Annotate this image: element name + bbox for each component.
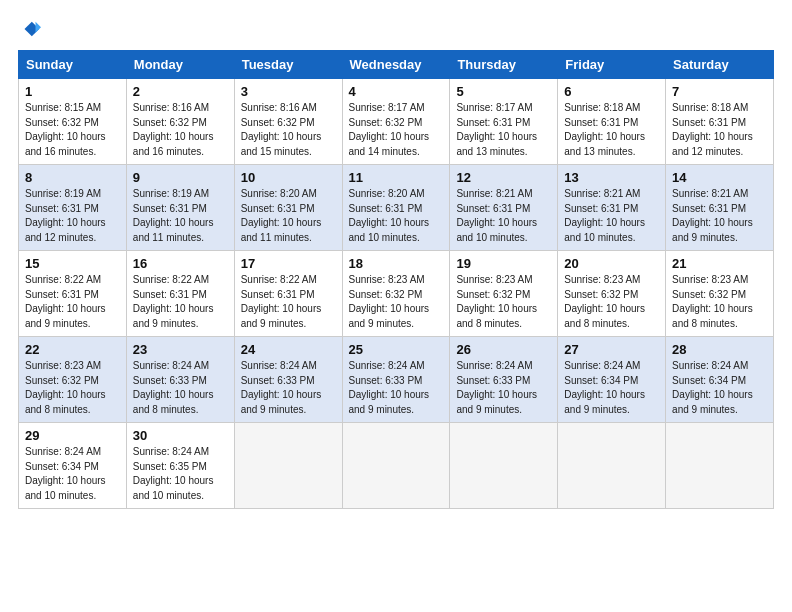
day-info: Sunrise: 8:24 AMSunset: 6:34 PMDaylight:… — [564, 360, 645, 415]
day-number: 26 — [456, 342, 551, 357]
calendar-cell: 27 Sunrise: 8:24 AMSunset: 6:34 PMDaylig… — [558, 337, 666, 423]
day-number: 7 — [672, 84, 767, 99]
calendar-cell: 10 Sunrise: 8:20 AMSunset: 6:31 PMDaylig… — [234, 165, 342, 251]
day-number: 28 — [672, 342, 767, 357]
calendar-cell: 18 Sunrise: 8:23 AMSunset: 6:32 PMDaylig… — [342, 251, 450, 337]
calendar-week-row: 22 Sunrise: 8:23 AMSunset: 6:32 PMDaylig… — [19, 337, 774, 423]
day-info: Sunrise: 8:17 AMSunset: 6:32 PMDaylight:… — [349, 102, 430, 157]
col-header-wednesday: Wednesday — [342, 51, 450, 79]
calendar-cell: 2 Sunrise: 8:16 AMSunset: 6:32 PMDayligh… — [126, 79, 234, 165]
day-info: Sunrise: 8:20 AMSunset: 6:31 PMDaylight:… — [241, 188, 322, 243]
day-number: 30 — [133, 428, 228, 443]
day-number: 27 — [564, 342, 659, 357]
calendar-week-row: 8 Sunrise: 8:19 AMSunset: 6:31 PMDayligh… — [19, 165, 774, 251]
calendar-cell: 13 Sunrise: 8:21 AMSunset: 6:31 PMDaylig… — [558, 165, 666, 251]
svg-marker-1 — [36, 22, 42, 33]
day-info: Sunrise: 8:23 AMSunset: 6:32 PMDaylight:… — [672, 274, 753, 329]
calendar-cell: 8 Sunrise: 8:19 AMSunset: 6:31 PMDayligh… — [19, 165, 127, 251]
calendar-week-row: 1 Sunrise: 8:15 AMSunset: 6:32 PMDayligh… — [19, 79, 774, 165]
calendar-cell — [558, 423, 666, 509]
day-info: Sunrise: 8:24 AMSunset: 6:34 PMDaylight:… — [672, 360, 753, 415]
calendar-cell: 14 Sunrise: 8:21 AMSunset: 6:31 PMDaylig… — [666, 165, 774, 251]
calendar-cell: 15 Sunrise: 8:22 AMSunset: 6:31 PMDaylig… — [19, 251, 127, 337]
calendar-cell: 5 Sunrise: 8:17 AMSunset: 6:31 PMDayligh… — [450, 79, 558, 165]
day-number: 14 — [672, 170, 767, 185]
day-info: Sunrise: 8:24 AMSunset: 6:33 PMDaylight:… — [349, 360, 430, 415]
day-number: 16 — [133, 256, 228, 271]
calendar-cell: 28 Sunrise: 8:24 AMSunset: 6:34 PMDaylig… — [666, 337, 774, 423]
col-header-thursday: Thursday — [450, 51, 558, 79]
day-info: Sunrise: 8:19 AMSunset: 6:31 PMDaylight:… — [133, 188, 214, 243]
day-info: Sunrise: 8:22 AMSunset: 6:31 PMDaylight:… — [241, 274, 322, 329]
day-info: Sunrise: 8:22 AMSunset: 6:31 PMDaylight:… — [25, 274, 106, 329]
day-number: 29 — [25, 428, 120, 443]
day-info: Sunrise: 8:24 AMSunset: 6:35 PMDaylight:… — [133, 446, 214, 501]
col-header-saturday: Saturday — [666, 51, 774, 79]
calendar-cell: 30 Sunrise: 8:24 AMSunset: 6:35 PMDaylig… — [126, 423, 234, 509]
calendar-cell: 25 Sunrise: 8:24 AMSunset: 6:33 PMDaylig… — [342, 337, 450, 423]
calendar-cell: 22 Sunrise: 8:23 AMSunset: 6:32 PMDaylig… — [19, 337, 127, 423]
day-number: 1 — [25, 84, 120, 99]
calendar-cell: 12 Sunrise: 8:21 AMSunset: 6:31 PMDaylig… — [450, 165, 558, 251]
day-info: Sunrise: 8:23 AMSunset: 6:32 PMDaylight:… — [564, 274, 645, 329]
day-info: Sunrise: 8:18 AMSunset: 6:31 PMDaylight:… — [672, 102, 753, 157]
day-info: Sunrise: 8:23 AMSunset: 6:32 PMDaylight:… — [349, 274, 430, 329]
calendar-cell: 6 Sunrise: 8:18 AMSunset: 6:31 PMDayligh… — [558, 79, 666, 165]
day-info: Sunrise: 8:24 AMSunset: 6:33 PMDaylight:… — [241, 360, 322, 415]
logo — [18, 18, 41, 40]
day-info: Sunrise: 8:24 AMSunset: 6:33 PMDaylight:… — [133, 360, 214, 415]
day-number: 2 — [133, 84, 228, 99]
header-area — [18, 18, 774, 40]
calendar-cell: 4 Sunrise: 8:17 AMSunset: 6:32 PMDayligh… — [342, 79, 450, 165]
calendar-cell: 20 Sunrise: 8:23 AMSunset: 6:32 PMDaylig… — [558, 251, 666, 337]
calendar-cell: 21 Sunrise: 8:23 AMSunset: 6:32 PMDaylig… — [666, 251, 774, 337]
col-header-tuesday: Tuesday — [234, 51, 342, 79]
calendar-cell: 19 Sunrise: 8:23 AMSunset: 6:32 PMDaylig… — [450, 251, 558, 337]
calendar-cell: 11 Sunrise: 8:20 AMSunset: 6:31 PMDaylig… — [342, 165, 450, 251]
day-number: 3 — [241, 84, 336, 99]
day-info: Sunrise: 8:21 AMSunset: 6:31 PMDaylight:… — [456, 188, 537, 243]
calendar-cell: 17 Sunrise: 8:22 AMSunset: 6:31 PMDaylig… — [234, 251, 342, 337]
day-info: Sunrise: 8:23 AMSunset: 6:32 PMDaylight:… — [456, 274, 537, 329]
day-info: Sunrise: 8:20 AMSunset: 6:31 PMDaylight:… — [349, 188, 430, 243]
day-info: Sunrise: 8:16 AMSunset: 6:32 PMDaylight:… — [133, 102, 214, 157]
calendar-header-row: SundayMondayTuesdayWednesdayThursdayFrid… — [19, 51, 774, 79]
day-info: Sunrise: 8:21 AMSunset: 6:31 PMDaylight:… — [672, 188, 753, 243]
day-info: Sunrise: 8:23 AMSunset: 6:32 PMDaylight:… — [25, 360, 106, 415]
col-header-friday: Friday — [558, 51, 666, 79]
day-number: 18 — [349, 256, 444, 271]
day-number: 17 — [241, 256, 336, 271]
calendar-cell — [234, 423, 342, 509]
col-header-monday: Monday — [126, 51, 234, 79]
calendar-page: SundayMondayTuesdayWednesdayThursdayFrid… — [0, 0, 792, 612]
day-number: 13 — [564, 170, 659, 185]
day-number: 19 — [456, 256, 551, 271]
day-number: 20 — [564, 256, 659, 271]
day-number: 8 — [25, 170, 120, 185]
day-number: 25 — [349, 342, 444, 357]
calendar-cell: 23 Sunrise: 8:24 AMSunset: 6:33 PMDaylig… — [126, 337, 234, 423]
day-info: Sunrise: 8:22 AMSunset: 6:31 PMDaylight:… — [133, 274, 214, 329]
day-number: 15 — [25, 256, 120, 271]
calendar-cell — [666, 423, 774, 509]
calendar-table: SundayMondayTuesdayWednesdayThursdayFrid… — [18, 50, 774, 509]
calendar-cell: 24 Sunrise: 8:24 AMSunset: 6:33 PMDaylig… — [234, 337, 342, 423]
day-number: 10 — [241, 170, 336, 185]
calendar-cell: 7 Sunrise: 8:18 AMSunset: 6:31 PMDayligh… — [666, 79, 774, 165]
day-number: 6 — [564, 84, 659, 99]
day-number: 22 — [25, 342, 120, 357]
day-number: 11 — [349, 170, 444, 185]
logo-icon — [19, 18, 41, 40]
day-info: Sunrise: 8:24 AMSunset: 6:33 PMDaylight:… — [456, 360, 537, 415]
calendar-cell — [342, 423, 450, 509]
day-number: 5 — [456, 84, 551, 99]
day-info: Sunrise: 8:21 AMSunset: 6:31 PMDaylight:… — [564, 188, 645, 243]
calendar-cell: 3 Sunrise: 8:16 AMSunset: 6:32 PMDayligh… — [234, 79, 342, 165]
day-info: Sunrise: 8:16 AMSunset: 6:32 PMDaylight:… — [241, 102, 322, 157]
calendar-cell: 1 Sunrise: 8:15 AMSunset: 6:32 PMDayligh… — [19, 79, 127, 165]
calendar-cell: 9 Sunrise: 8:19 AMSunset: 6:31 PMDayligh… — [126, 165, 234, 251]
calendar-cell: 26 Sunrise: 8:24 AMSunset: 6:33 PMDaylig… — [450, 337, 558, 423]
day-number: 4 — [349, 84, 444, 99]
day-info: Sunrise: 8:15 AMSunset: 6:32 PMDaylight:… — [25, 102, 106, 157]
calendar-cell: 29 Sunrise: 8:24 AMSunset: 6:34 PMDaylig… — [19, 423, 127, 509]
